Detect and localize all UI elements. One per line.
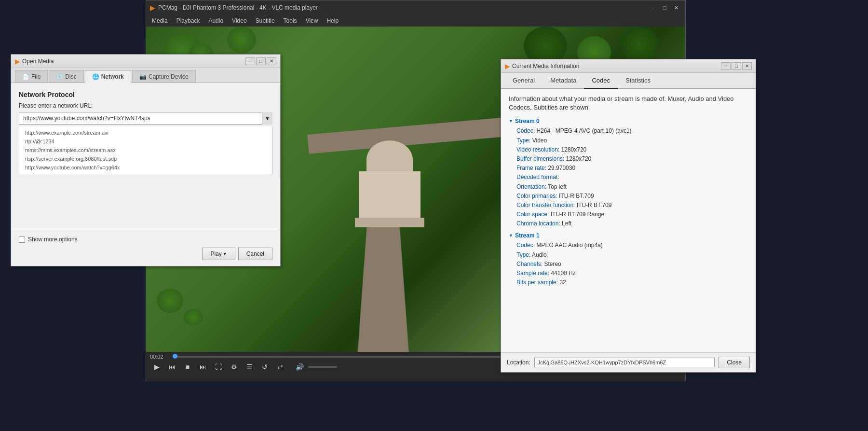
codec-tab-label: Codec [592, 77, 610, 84]
stream-1-label: Stream 1 [515, 232, 540, 239]
tree-decoration [621, 27, 659, 63]
tree-decoration [227, 27, 256, 53]
open-media-tabs: 📄 File 💿 Disc 🌐 Network 📷 Capture Device [11, 68, 280, 83]
vlc-mute-btn[interactable]: 🔊 [293, 361, 306, 372]
media-info-tab-statistics[interactable]: Statistics [618, 73, 658, 89]
show-more-checkbox[interactable]: Show more options [19, 236, 272, 243]
play-dropdown-arrow: ▼ [223, 251, 227, 256]
open-media-titlebar: ▶ Open Media ─ □ ✕ [11, 55, 280, 68]
stream-0-prop-7-key: Color primaries: [516, 193, 557, 199]
media-info-restore-btn[interactable]: □ [732, 62, 741, 70]
media-info-icon: ▶ [505, 62, 510, 70]
media-info-controls: ─ □ ✕ [721, 62, 752, 70]
vlc-playlist-btn[interactable]: ☰ [243, 361, 256, 372]
tab-capture[interactable]: 📷 Capture Device [132, 70, 196, 83]
open-media-minimize-btn[interactable]: ─ [245, 57, 255, 65]
capture-tab-label: Capture Device [149, 73, 189, 80]
media-info-tab-codec[interactable]: Codec [584, 73, 618, 89]
stream-0-section: ▼ Stream 0 Codec: H264 - MPEG-4 AVC (par… [509, 118, 748, 228]
open-media-restore-btn[interactable]: □ [256, 57, 266, 65]
vlc-progress-handle[interactable] [173, 354, 177, 359]
menu-tools[interactable]: Tools [280, 16, 301, 25]
media-info-titlebar: ▶ Current Media Information ─ □ ✕ [501, 59, 756, 73]
open-media-controls: ─ □ ✕ [245, 57, 276, 65]
stream-0-prop-7-val: ITU-R BT.709 [559, 193, 594, 199]
statistics-tab-label: Statistics [625, 77, 651, 84]
file-tab-label: File [31, 73, 41, 80]
url-input[interactable] [19, 112, 272, 125]
url-suggestion-2[interactable]: mms://mms.examples.com/stream.asx [19, 146, 272, 154]
media-info-footer: Location: JcKgjGa89Q-jHZXvs2-KQH1wypp7zD… [501, 352, 756, 372]
stream-1-prop-0-val: MPEG AAC Audio (mp4a) [536, 242, 602, 249]
vlc-close-btn[interactable]: ✕ [671, 3, 681, 12]
play-btn[interactable]: Play ▼ [202, 248, 235, 260]
vlc-volume-bar[interactable] [308, 366, 337, 368]
mausoleum-structure [351, 140, 428, 218]
network-tab-icon: 🌐 [92, 73, 99, 80]
vlc-titlebar-left: ▶ PCMag - DJI Phantom 3 Professional - 4… [150, 4, 318, 12]
stream-0-expand-icon: ▼ [509, 119, 513, 124]
vlc-next-btn[interactable]: ⏭ [196, 361, 210, 372]
menu-subtitle[interactable]: Subtitle [252, 16, 279, 25]
vlc-window-controls: ─ □ ✕ [648, 3, 681, 12]
capture-tab-icon: 📷 [139, 73, 147, 80]
stream-0-header[interactable]: ▼ Stream 0 [509, 118, 748, 125]
vlc-fullscreen-btn[interactable]: ⛶ [212, 361, 225, 372]
menu-playback[interactable]: Playback [173, 16, 204, 25]
stream-0-prop-6-val: Top left [548, 183, 567, 190]
media-info-title-text: Current Media Information [512, 63, 579, 70]
tab-file[interactable]: 📄 File [15, 70, 48, 83]
url-label: Please enter a network URL: [19, 102, 272, 109]
open-media-close-btn[interactable]: ✕ [267, 57, 276, 65]
vlc-restore-btn[interactable]: □ [659, 3, 670, 12]
media-info-window: ▶ Current Media Information ─ □ ✕ Genera… [501, 59, 756, 373]
url-suggestion-3[interactable]: rtsp://server.example.org:8080/test.sdp [19, 154, 272, 163]
media-info-close-btn[interactable]: ✕ [742, 62, 752, 70]
checkbox-box[interactable] [19, 236, 25, 243]
menu-view[interactable]: View [302, 16, 322, 25]
stream-0-prop-8-key: Color transfer function: [516, 202, 575, 209]
tab-network[interactable]: 🌐 Network [85, 70, 131, 83]
menu-help[interactable]: Help [323, 16, 342, 25]
stream-0-prop-3-key: Buffer dimensions: [516, 155, 564, 162]
open-media-dialog: ▶ Open Media ─ □ ✕ 📄 File 💿 Disc 🌐 Netwo… [11, 54, 281, 266]
location-value: JcKgjGa89Q-jHZXvs2-KQH1wypp7zDYfxDPSVh6m… [534, 358, 715, 367]
url-suggestion-4[interactable]: http://www.youtube.com/watch?v=gg64x [19, 163, 272, 172]
menu-media[interactable]: Media [148, 16, 172, 25]
vlc-extended-btn[interactable]: ⚙ [227, 361, 241, 372]
vlc-repeat-btn[interactable]: ↺ [258, 361, 271, 372]
stream-1-expand-icon: ▼ [509, 233, 513, 238]
menu-video[interactable]: Video [228, 16, 250, 25]
stream-0-prop-3: Buffer dimensions: 1280x720 [516, 154, 748, 164]
cancel-btn-label: Cancel [246, 250, 264, 257]
vlc-play-btn[interactable]: ▶ [150, 361, 163, 372]
vlc-volume-area: 🔊 [293, 361, 337, 372]
stream-0-prop-6-key: Orientation: [516, 183, 546, 190]
vlc-prev-btn[interactable]: ⏮ [165, 361, 179, 372]
menu-audio[interactable]: Audio [204, 16, 227, 25]
media-info-tab-metadata[interactable]: Metadata [542, 73, 584, 89]
vlc-minimize-btn[interactable]: ─ [648, 3, 658, 12]
media-info-close-footer-btn[interactable]: Close [719, 357, 750, 368]
stream-1-prop-2-val: Stereo [544, 261, 561, 267]
stream-0-prop-10-key: Chroma location: [516, 220, 560, 227]
url-suggestion-1[interactable]: rtp://@:1234 [19, 137, 272, 146]
cancel-btn[interactable]: Cancel [238, 248, 272, 260]
stream-0-prop-8: Color transfer function: ITU-R BT.709 [516, 201, 748, 210]
media-info-minimize-btn[interactable]: ─ [721, 62, 731, 70]
stream-1-header[interactable]: ▼ Stream 1 [509, 232, 748, 239]
tab-disc[interactable]: 💿 Disc [49, 70, 83, 83]
url-input-container: ▼ [19, 112, 272, 125]
vlc-random-btn[interactable]: ⇄ [273, 361, 287, 372]
media-info-content: Information about what your media or str… [501, 89, 756, 352]
stream-1-prop-3-key: Sample rate: [516, 270, 549, 277]
vlc-titlebar: ▶ PCMag - DJI Phantom 3 Professional - 4… [146, 0, 685, 15]
media-info-tab-general[interactable]: General [505, 73, 542, 89]
url-dropdown-btn[interactable]: ▼ [262, 112, 272, 125]
url-suggestion-0[interactable]: http://www.example.com/stream.avi [19, 128, 272, 137]
stream-0-prop-2: Video resolution: 1280x720 [516, 145, 748, 154]
stream-0-prop-6: Orientation: Top left [516, 182, 748, 192]
stream-0-prop-8-val: ITU-R BT.709 [577, 202, 612, 209]
stream-0-prop-7: Color primaries: ITU-R BT.709 [516, 192, 748, 201]
vlc-stop-btn[interactable]: ■ [181, 361, 194, 372]
